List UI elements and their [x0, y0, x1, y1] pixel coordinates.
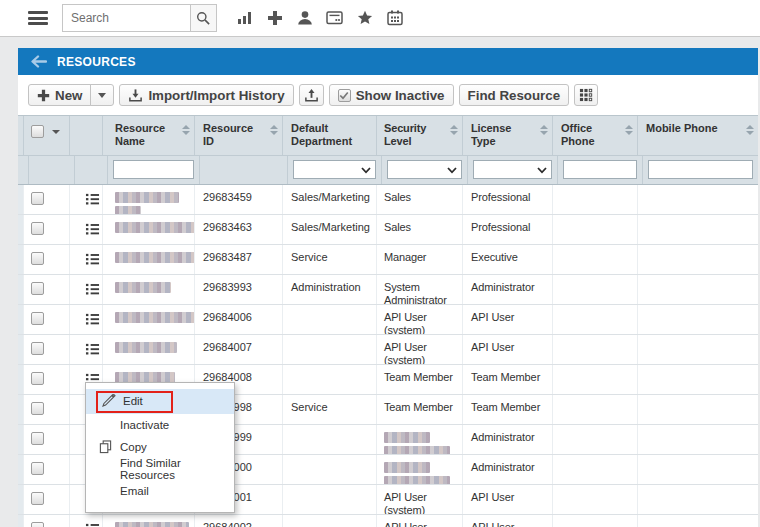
cell-security-level: Team Member — [377, 395, 463, 424]
row-menu-icon[interactable] — [85, 222, 100, 236]
row-checkbox[interactable] — [31, 372, 44, 385]
new-button[interactable]: New — [28, 84, 91, 106]
cell-office-phone — [553, 365, 638, 394]
show-inactive-checkbox[interactable] — [338, 89, 351, 102]
row-checkbox[interactable] — [31, 192, 44, 205]
redacted-text — [115, 192, 179, 203]
redacted-text — [115, 522, 189, 527]
new-dropdown-button[interactable] — [90, 84, 114, 106]
redacted-text — [384, 446, 450, 454]
cell-license-type: Executive — [463, 245, 553, 274]
cell-license-type: Professional — [463, 215, 553, 244]
column-header-label: Resource Name — [115, 122, 190, 148]
person-icon[interactable] — [296, 10, 313, 27]
row-menu-icon[interactable] — [85, 342, 100, 356]
menu-item-find-similar-label: Find Similar Resources — [120, 457, 234, 481]
row-checkbox[interactable] — [31, 432, 44, 445]
grid-icon — [579, 88, 593, 102]
cell-security-level — [377, 455, 463, 484]
select-all-checkbox[interactable] — [31, 125, 44, 138]
hamburger-menu-icon[interactable] — [28, 11, 48, 25]
bar-chart-icon[interactable] — [236, 10, 253, 27]
import-icon — [128, 88, 143, 103]
column-header-license[interactable]: License Type — [463, 116, 553, 155]
filter-select-security[interactable] — [387, 160, 462, 179]
column-header-id[interactable]: Resource ID — [195, 116, 283, 155]
cell-office-phone — [553, 185, 638, 214]
column-header-security[interactable]: Security Level — [377, 116, 463, 155]
row-menu-icon[interactable] — [85, 252, 100, 266]
redacted-text — [115, 312, 195, 323]
column-header-office[interactable]: Office Phone — [553, 116, 638, 155]
sort-icon[interactable] — [540, 125, 548, 135]
star-icon[interactable] — [356, 10, 373, 27]
add-icon[interactable] — [266, 10, 283, 27]
row-menu-cell — [70, 305, 103, 334]
selection-menu-caret-icon[interactable] — [52, 130, 60, 134]
show-inactive-button[interactable]: Show Inactive — [329, 84, 454, 106]
menu-item-find-similar[interactable]: Find Similar Resources — [86, 458, 234, 480]
column-chooser-button[interactable] — [574, 84, 598, 106]
topbar-icons — [236, 10, 403, 27]
redacted-text — [384, 476, 450, 484]
row-checkbox[interactable] — [31, 312, 44, 325]
row-menu-icon[interactable] — [85, 282, 100, 296]
cell-security-level: Team Member — [377, 365, 463, 394]
search-input[interactable] — [63, 5, 190, 31]
annotation-red-box: Edit — [96, 391, 173, 413]
cell-resource-id: 29683459 — [195, 185, 283, 214]
table-row: 29684007 API User (system) API User — [18, 335, 758, 365]
filter-cell-name — [108, 156, 200, 184]
row-checkbox[interactable] — [31, 282, 44, 295]
column-header-mobile[interactable]: Mobile Phone — [638, 116, 758, 155]
row-checkbox[interactable] — [31, 492, 44, 505]
row-checkbox[interactable] — [31, 402, 44, 415]
cell-license-type: API User — [463, 305, 553, 334]
back-arrow-icon[interactable] — [30, 55, 47, 68]
sort-icon[interactable] — [270, 125, 278, 135]
export-icon — [304, 88, 319, 103]
sort-icon[interactable] — [746, 125, 754, 135]
find-resource-button[interactable]: Find Resource — [459, 84, 570, 106]
row-checkbox[interactable] — [31, 222, 44, 235]
row-checkbox[interactable] — [31, 342, 44, 355]
plus-icon — [37, 89, 50, 102]
cell-resource-name — [103, 335, 195, 364]
row-checkbox[interactable] — [31, 462, 44, 475]
row-checkbox[interactable] — [31, 252, 44, 265]
search-button[interactable] — [190, 5, 216, 31]
menu-item-edit[interactable]: Edit — [86, 389, 234, 414]
sort-icon[interactable] — [182, 125, 190, 135]
filter-input-office[interactable] — [563, 160, 637, 179]
calendar-icon[interactable] — [386, 10, 403, 27]
export-button[interactable] — [299, 84, 324, 106]
filter-input-mobile[interactable] — [648, 160, 753, 179]
filter-select-dept[interactable] — [293, 160, 376, 179]
row-menu-icon[interactable] — [85, 522, 100, 527]
menu-item-copy[interactable]: Copy — [86, 436, 234, 458]
cell-license-type: Team Member — [463, 395, 553, 424]
report-icon[interactable] — [326, 10, 343, 27]
cell-default-department: Service — [283, 245, 377, 274]
column-header-name[interactable]: Resource Name — [103, 116, 195, 155]
menu-item-inactivate[interactable]: Inactivate — [86, 414, 234, 436]
menu-item-email[interactable]: Email — [86, 480, 234, 502]
chevron-down-icon — [361, 167, 371, 174]
chevron-down-icon — [447, 167, 457, 174]
chevron-down-icon — [537, 167, 547, 174]
menu-item-edit-label: Edit — [123, 395, 143, 407]
cell-mobile-phone — [638, 455, 758, 484]
row-menu-icon[interactable] — [85, 192, 100, 206]
column-header-dept[interactable]: Default Department — [283, 116, 377, 155]
filter-select-license[interactable] — [473, 160, 552, 179]
cell-license-type: API User — [463, 515, 553, 527]
sort-icon[interactable] — [450, 125, 458, 135]
filter-input-name[interactable] — [113, 160, 194, 179]
row-menu-icon[interactable] — [85, 312, 100, 326]
row-checkbox[interactable] — [31, 522, 44, 527]
sort-icon[interactable] — [625, 125, 633, 135]
import-button[interactable]: Import/Import History — [119, 84, 293, 106]
row-select-cell — [24, 425, 70, 454]
table-header-row: Resource Name Resource ID Default Depart… — [18, 116, 758, 156]
table-row: 29683487 Service Manager Executive — [18, 245, 758, 275]
